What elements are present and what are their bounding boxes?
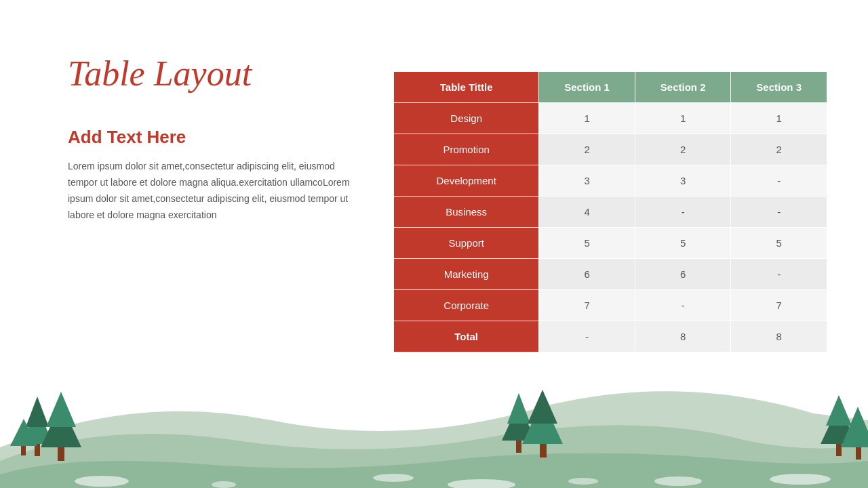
table-row: Business4-- [394, 197, 827, 228]
svg-rect-20 [540, 444, 547, 458]
cell-s3: 7 [731, 290, 827, 321]
cell-s2: 8 [635, 321, 731, 352]
table-row: Development33- [394, 165, 827, 197]
row-label: Promotion [394, 134, 539, 165]
cell-s2: - [635, 197, 731, 228]
page-main-title: Table Layout [68, 54, 353, 93]
cell-s2: 3 [635, 165, 731, 197]
table-row: Total-88 [394, 321, 827, 352]
svg-point-2 [373, 474, 414, 482]
data-table: Table Tittle Section 1 Section 2 Section… [393, 71, 827, 352]
table-row: Promotion222 [394, 134, 827, 165]
table-row: Support555 [394, 228, 827, 259]
svg-point-1 [212, 481, 236, 488]
row-label: Total [394, 321, 539, 352]
cell-s3: - [731, 197, 827, 228]
svg-rect-25 [856, 447, 861, 460]
svg-point-4 [568, 478, 598, 485]
cell-s3: 5 [731, 228, 827, 259]
right-panel: Table Tittle Section 1 Section 2 Section… [393, 71, 827, 352]
cell-s1: 4 [539, 197, 635, 228]
cell-s3: - [731, 259, 827, 290]
cell-s1: 1 [539, 103, 635, 134]
col-header-title: Table Tittle [394, 72, 539, 103]
cell-s2: 6 [635, 259, 731, 290]
cell-s1: 5 [539, 228, 635, 259]
cell-s2: 1 [635, 103, 731, 134]
row-label: Corporate [394, 290, 539, 321]
cell-s1: 2 [539, 134, 635, 165]
cell-s1: 7 [539, 290, 635, 321]
svg-point-5 [654, 476, 702, 486]
col-header-section1: Section 1 [539, 72, 635, 103]
cell-s3: - [731, 165, 827, 197]
svg-point-6 [770, 474, 831, 485]
svg-marker-11 [46, 392, 76, 427]
row-label: Design [394, 103, 539, 134]
cell-s3: 2 [731, 134, 827, 165]
cell-s3: 8 [731, 321, 827, 352]
cell-s1: 6 [539, 259, 635, 290]
cell-s2: 5 [635, 228, 731, 259]
table-row: Marketing66- [394, 259, 827, 290]
row-label: Business [394, 197, 539, 228]
row-label: Development [394, 165, 539, 197]
body-text: Lorem ipsum dolor sit amet,consectetur a… [68, 159, 353, 223]
svg-rect-14 [21, 446, 26, 455]
cell-s3: 1 [731, 103, 827, 134]
add-text-heading: Add Text Here [68, 127, 353, 148]
svg-rect-17 [516, 441, 521, 453]
cell-s2: 2 [635, 134, 731, 165]
row-label: Support [394, 228, 539, 259]
cell-s2: - [635, 290, 731, 321]
table-header-row: Table Tittle Section 1 Section 2 Section… [394, 72, 827, 103]
landscape-background [0, 339, 868, 488]
table-row: Design111 [394, 103, 827, 134]
row-label: Marketing [394, 259, 539, 290]
svg-point-0 [75, 476, 129, 487]
svg-marker-22 [826, 395, 852, 426]
cell-s1: 3 [539, 165, 635, 197]
svg-rect-12 [58, 447, 64, 461]
col-header-section2: Section 2 [635, 72, 731, 103]
col-header-section3: Section 3 [731, 72, 827, 103]
svg-marker-8 [26, 396, 49, 427]
left-panel: Table Layout Add Text Here Lorem ipsum d… [68, 54, 353, 223]
svg-rect-23 [836, 444, 842, 456]
svg-marker-16 [507, 393, 530, 424]
table-row: Corporate7-7 [394, 290, 827, 321]
cell-s1: - [539, 321, 635, 352]
